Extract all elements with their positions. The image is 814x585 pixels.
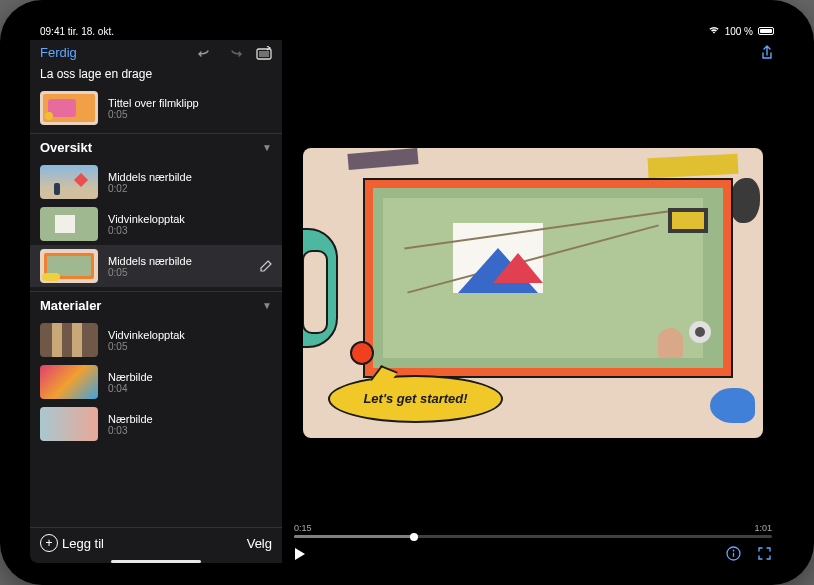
controls-right bbox=[726, 546, 772, 561]
deco-tape bbox=[648, 153, 739, 178]
done-button[interactable]: Ferdig bbox=[40, 45, 77, 60]
preview-header bbox=[282, 40, 784, 66]
title-clip-row[interactable]: Tittel over filmklipp 0:05 bbox=[30, 87, 282, 129]
playback-bar: 0:15 1:01 bbox=[282, 519, 784, 563]
clip-label: Nærbilde bbox=[108, 371, 153, 383]
section-header-oversikt[interactable]: Oversikt ▼ bbox=[30, 133, 282, 161]
deco-dot bbox=[350, 341, 374, 365]
clip-info: Middels nærbilde 0:05 bbox=[108, 255, 192, 278]
clip-time: 0:03 bbox=[108, 225, 185, 236]
fullscreen-icon[interactable] bbox=[757, 546, 772, 561]
clip-thumb bbox=[40, 407, 98, 441]
chevron-down-icon: ▼ bbox=[262, 142, 272, 153]
chevron-down-icon: ▼ bbox=[262, 300, 272, 311]
status-right: 100 % bbox=[708, 25, 774, 37]
clip-info: Vidvinkelopptak 0:05 bbox=[108, 329, 185, 352]
controls-row bbox=[294, 546, 772, 561]
clip-info: Nærbilde 0:04 bbox=[108, 371, 153, 394]
scrubber[interactable] bbox=[294, 535, 772, 538]
sidebar: Ferdig La oss lage en drage Tittel over … bbox=[30, 40, 282, 563]
wifi-icon bbox=[708, 25, 720, 37]
clip-row[interactable]: Vidvinkelopptak 0:03 bbox=[30, 203, 282, 245]
clip-label: Vidvinkelopptak bbox=[108, 329, 185, 341]
project-title: La oss lage en drage bbox=[30, 65, 282, 87]
total-time: 1:01 bbox=[754, 523, 772, 533]
clip-thumb bbox=[40, 323, 98, 357]
clip-label: Nærbilde bbox=[108, 413, 153, 425]
info-icon[interactable] bbox=[726, 546, 741, 561]
battery-percent: 100 % bbox=[725, 26, 753, 37]
clip-info: Tittel over filmklipp 0:05 bbox=[108, 97, 199, 120]
title-clip-thumb bbox=[40, 91, 98, 125]
clip-time: 0:05 bbox=[108, 341, 185, 352]
speech-bubble: Let's get started! bbox=[328, 375, 503, 423]
time-row: 0:15 1:01 bbox=[294, 523, 772, 533]
clip-row[interactable]: Nærbilde 0:04 bbox=[30, 361, 282, 403]
clip-row[interactable]: Nærbilde 0:03 bbox=[30, 403, 282, 445]
share-icon[interactable] bbox=[760, 45, 774, 61]
clip-row[interactable]: Vidvinkelopptak 0:05 bbox=[30, 319, 282, 361]
current-time: 0:15 bbox=[294, 523, 312, 533]
preview-panel: Let's get started! 0:15 1:01 bbox=[282, 40, 784, 563]
photo-frame bbox=[363, 178, 733, 378]
video-frame[interactable]: Let's get started! bbox=[303, 148, 763, 438]
clip-time: 0:05 bbox=[108, 109, 199, 120]
scrubber-knob[interactable] bbox=[410, 533, 418, 541]
clip-thumb bbox=[40, 249, 98, 283]
select-button[interactable]: Velg bbox=[247, 536, 272, 551]
deco-tape bbox=[347, 148, 418, 170]
clip-row-selected[interactable]: Middels nærbilde 0:05 bbox=[30, 245, 282, 287]
section-header-materialer[interactable]: Materialer ▼ bbox=[30, 291, 282, 319]
deco-shape bbox=[730, 178, 760, 223]
clip-info: Middels nærbilde 0:02 bbox=[108, 171, 192, 194]
clip-time: 0:04 bbox=[108, 383, 153, 394]
edit-icon[interactable] bbox=[260, 260, 272, 272]
speech-text: Let's get started! bbox=[363, 391, 467, 406]
add-label: Legg til bbox=[62, 536, 104, 551]
header-icons bbox=[198, 46, 272, 60]
clip-thumb bbox=[40, 207, 98, 241]
photo-content bbox=[373, 188, 723, 368]
deco-shape bbox=[710, 388, 755, 423]
section-title: Materialer bbox=[40, 298, 101, 313]
clip-thumb bbox=[40, 365, 98, 399]
redo-icon[interactable] bbox=[227, 47, 242, 59]
play-button[interactable] bbox=[294, 547, 306, 561]
clip-label: Middels nærbilde bbox=[108, 255, 192, 267]
undo-icon[interactable] bbox=[198, 47, 213, 59]
storyboard-icon[interactable] bbox=[256, 46, 272, 60]
status-time: 09:41 tir. 18. okt. bbox=[40, 26, 114, 37]
clip-label: Vidvinkelopptak bbox=[108, 213, 185, 225]
clip-label: Middels nærbilde bbox=[108, 171, 192, 183]
clip-label: Tittel over filmklipp bbox=[108, 97, 199, 109]
plus-icon: + bbox=[40, 534, 58, 552]
clip-thumb bbox=[40, 165, 98, 199]
sidebar-header: Ferdig bbox=[30, 40, 282, 65]
screen: 09:41 tir. 18. okt. 100 % Ferdig bbox=[30, 22, 784, 563]
clip-time: 0:05 bbox=[108, 267, 192, 278]
sidebar-bottom: + Legg til Velg bbox=[30, 527, 282, 558]
video-canvas: Let's get started! bbox=[282, 66, 784, 519]
svg-point-2 bbox=[733, 550, 735, 552]
home-indicator[interactable] bbox=[111, 560, 201, 563]
deco-shape bbox=[303, 228, 338, 348]
section-title: Oversikt bbox=[40, 140, 92, 155]
clip-info: Nærbilde 0:03 bbox=[108, 413, 153, 436]
status-bar: 09:41 tir. 18. okt. 100 % bbox=[30, 22, 784, 40]
scrubber-progress bbox=[294, 535, 414, 538]
add-button[interactable]: + Legg til bbox=[40, 534, 104, 552]
ipad-frame: 09:41 tir. 18. okt. 100 % Ferdig bbox=[0, 0, 814, 585]
clip-row[interactable]: Middels nærbilde 0:02 bbox=[30, 161, 282, 203]
clip-time: 0:02 bbox=[108, 183, 192, 194]
clip-time: 0:03 bbox=[108, 425, 153, 436]
main-area: Ferdig La oss lage en drage Tittel over … bbox=[30, 40, 784, 563]
battery-icon bbox=[758, 27, 774, 35]
clip-info: Vidvinkelopptak 0:03 bbox=[108, 213, 185, 236]
